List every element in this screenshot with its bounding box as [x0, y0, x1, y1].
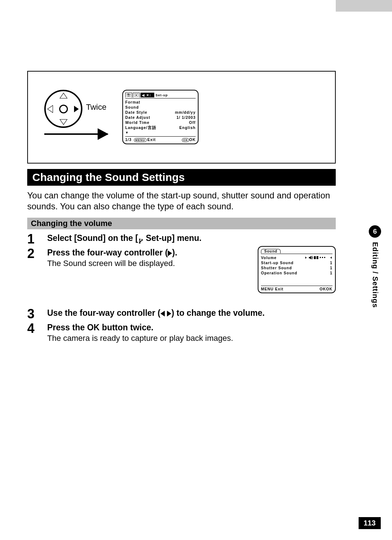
- menu-item-value: English: [179, 125, 196, 130]
- menu-exit-label: MENU Exit: [261, 287, 283, 291]
- step-number: 3: [27, 308, 47, 320]
- step-heading: Press the OK button twice.: [47, 322, 336, 333]
- subsection-heading: Changing the volume: [27, 218, 336, 229]
- svg-rect-16: [322, 257, 323, 258]
- illustration-box: Twice ◀ ✕↕ Set-up Format Sound Date Styl…: [27, 71, 336, 164]
- chapter-sidebar: 6 Editing / Settings: [338, 225, 382, 308]
- svg-rect-11: [309, 257, 310, 258]
- arrow-right-icon: [44, 133, 108, 135]
- menu-item-value: 1: [330, 265, 332, 270]
- menu-item-value: mm/dd/yy: [175, 110, 196, 115]
- svg-rect-17: [324, 257, 325, 258]
- right-arrow-icon: [167, 311, 171, 317]
- setup-tab-label: Set-up: [156, 93, 168, 97]
- step-description: The camera is ready to capture or play b…: [47, 333, 336, 343]
- menu-item-label: Format: [125, 100, 140, 105]
- menu-item-value: 1: [330, 260, 332, 265]
- menu-item-value: 1/ 1/2003: [176, 115, 196, 120]
- dpad-diagram: [44, 90, 82, 128]
- step-4: 4 Press the OK button twice. The camera …: [27, 322, 336, 343]
- menu-ok-label: OKOK: [320, 287, 333, 291]
- svg-marker-10: [305, 257, 307, 259]
- menu-item-label: Shutter Sound: [261, 265, 292, 270]
- setup-menu-screen: ◀ ✕↕ Set-up Format Sound Date Stylemm/dd…: [122, 90, 199, 144]
- step-2: 2 Sound Volume: [27, 247, 336, 293]
- menu-item-value: 1: [330, 270, 332, 275]
- setup-icon: [138, 236, 143, 241]
- top-gray-band: [336, 0, 392, 12]
- svg-marker-12: [310, 256, 311, 259]
- step-number: 4: [27, 322, 47, 343]
- speaker-icon: [309, 255, 314, 260]
- intro-paragraph: You can change the volume of the start-u…: [27, 190, 336, 212]
- menu-item-label: Date Adjust: [125, 115, 150, 120]
- svg-rect-15: [320, 257, 321, 258]
- step-3: 3 Use the four-way controller ( ) to cha…: [27, 308, 336, 320]
- svg-marker-18: [330, 257, 332, 259]
- left-arrow-icon: [160, 311, 165, 317]
- menu-item-label: Volume: [261, 255, 277, 260]
- menu-item-label: Operation Sound: [261, 270, 297, 275]
- chapter-title: Editing / Settings: [371, 242, 379, 308]
- sound-menu-screen: Sound Volume Start-up Sound1 Shutter S: [258, 246, 336, 293]
- menu-exit-label: 1/3 MENUExit: [125, 137, 156, 142]
- playback-tab-icon: [133, 93, 140, 97]
- right-arrow-icon: [168, 250, 172, 256]
- step-1: 1 Select [Sound] on the [ Set-up] menu.: [27, 233, 336, 245]
- svg-rect-2: [128, 94, 129, 94]
- menu-item-label: Start-up Sound: [261, 260, 294, 265]
- step-number: 1: [27, 233, 47, 245]
- section-heading: Changing the Sound Settings: [27, 169, 336, 186]
- volume-indicator: [305, 255, 332, 260]
- menu-item-label: Language/言語: [125, 125, 156, 130]
- svg-point-1: [128, 95, 130, 96]
- scroll-down-icon: ▼: [125, 130, 129, 135]
- step-number: 2: [27, 247, 47, 293]
- menu-item-label: Sound: [125, 105, 139, 110]
- camera-tab-icon: [125, 93, 132, 97]
- step-heading: Use the four-way controller ( ) to chang…: [47, 308, 336, 318]
- svg-marker-4: [136, 94, 137, 96]
- page-number: 113: [359, 517, 381, 529]
- twice-label: Twice: [86, 102, 106, 112]
- setup-tab-icon: ◀ ✕↕: [140, 93, 154, 97]
- sound-tab-label: Sound: [261, 249, 281, 253]
- svg-rect-13: [314, 256, 316, 259]
- menu-item-label: World Time: [125, 120, 150, 125]
- step-heading: Select [Sound] on the [ Set-up] menu.: [47, 233, 336, 243]
- chapter-number-badge: 6: [369, 225, 381, 238]
- svg-rect-14: [317, 256, 318, 259]
- menu-item-label: Date Style: [125, 110, 147, 115]
- menu-item-value: Off: [189, 120, 196, 125]
- menu-ok-label: OKOK: [182, 137, 196, 142]
